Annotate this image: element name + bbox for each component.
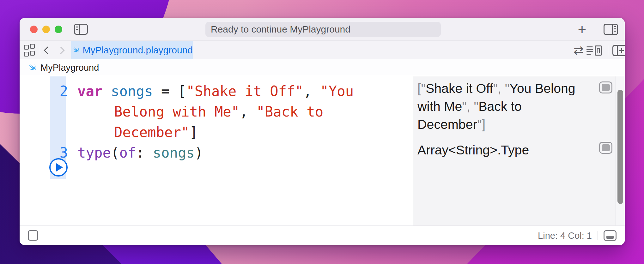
zoom-button[interactable] <box>55 26 62 33</box>
line-number[interactable]: 2 <box>20 83 68 99</box>
close-button[interactable] <box>30 26 38 33</box>
forward-button[interactable] <box>57 46 64 54</box>
divider <box>40 45 40 55</box>
xcode-playground-window: Ready to continue MyPlayground + MyPlayg… <box>20 18 625 245</box>
swift-icon <box>27 63 36 72</box>
back-button[interactable] <box>44 46 51 54</box>
code-review-icon[interactable]: ⇄ <box>571 43 586 58</box>
status-bar-right: Line: 4 Col: 1 <box>538 226 617 245</box>
jump-bar: MyPlayground <box>20 60 625 76</box>
minimize-button[interactable] <box>42 26 50 33</box>
code-row: December"] <box>20 122 413 142</box>
results-sidebar: ["Shake it Off", "You Belong with Me", "… <box>413 76 616 225</box>
filter-icon[interactable] <box>28 230 38 241</box>
source-editor[interactable]: 2 var songs = ["Shake it Off", "You Belo… <box>20 76 413 225</box>
tab-myplayground[interactable]: MyPlayground.playground <box>71 41 193 59</box>
result-item: Array<String>.Type <box>417 141 529 159</box>
code-text[interactable]: Belong with Me", "Back to <box>68 104 323 120</box>
divider <box>608 45 608 55</box>
line-col-indicator: Line: 4 Col: 1 <box>538 231 592 241</box>
code-row: 3 type(of: songs) <box>20 142 413 163</box>
code-text[interactable]: var songs = ["Shake it Off", "You <box>68 83 354 99</box>
add-editor-icon[interactable] <box>612 45 625 56</box>
code-text[interactable]: type(of: songs) <box>68 145 203 161</box>
traffic-lights <box>30 18 62 40</box>
code-row: 2 var songs = ["Shake it Off", "You <box>20 81 413 101</box>
play-icon <box>56 163 63 171</box>
plus-icon: + <box>578 21 586 38</box>
titlebar[interactable]: Ready to continue MyPlayground + <box>20 18 625 40</box>
activity-status-pill: Ready to continue MyPlayground <box>205 22 441 37</box>
toggle-right-inspector-icon[interactable] <box>604 24 618 35</box>
add-tab-button[interactable]: + <box>574 22 590 37</box>
run-playground-button[interactable] <box>49 158 68 177</box>
activity-status-text: Ready to continue MyPlayground <box>211 24 350 35</box>
related-items-icon[interactable] <box>24 45 35 56</box>
toggle-debug-area-icon[interactable] <box>604 230 617 241</box>
result-item: ["Shake it Off", "You Belong with Me", "… <box>417 80 575 134</box>
swift-icon <box>71 45 79 55</box>
status-bar: Line: 4 Col: 1 <box>20 225 625 245</box>
divider <box>598 231 598 240</box>
code-row: Belong with Me", "Back to <box>20 101 413 122</box>
scrollbar-thumb[interactable] <box>617 90 623 204</box>
breadcrumb-file-name[interactable]: MyPlayground <box>40 63 99 73</box>
show-result-inline-button[interactable] <box>599 142 612 154</box>
code-text[interactable]: December"] <box>68 124 198 140</box>
editor-content-area: 2 var songs = ["Shake it Off", "You Belo… <box>20 76 625 225</box>
show-result-inline-button[interactable] <box>599 81 612 93</box>
code-lines: 2 var songs = ["Shake it Off", "You Belo… <box>20 76 413 163</box>
tab-label: MyPlayground.playground <box>82 45 193 56</box>
scrollbar-track[interactable] <box>616 76 625 225</box>
editor-options-icon[interactable] <box>586 45 604 56</box>
toggle-left-sidebar-icon[interactable] <box>74 24 88 35</box>
tab-bar: MyPlayground.playground ⇄ <box>20 40 625 59</box>
